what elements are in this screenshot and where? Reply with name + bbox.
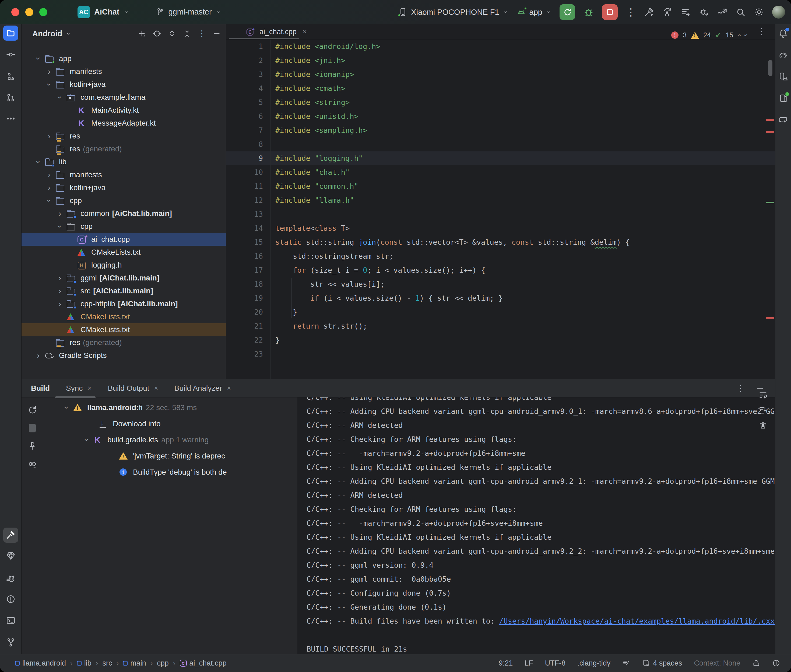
code-line[interactable]: 3#include <iomanip> [226, 67, 775, 82]
terminal-tool-button[interactable] [3, 613, 18, 628]
chevron-icon[interactable] [43, 80, 55, 89]
chevron-icon[interactable] [54, 93, 66, 102]
code-line[interactable]: 20 } [226, 305, 775, 319]
pull-requests-tool-button[interactable] [3, 90, 18, 105]
code-line[interactable]: 15static std::string join(const std::vec… [226, 235, 775, 249]
breadcrumb-item[interactable]: Cai_chat.cpp [180, 659, 226, 667]
build-tree-row[interactable]: BuildType 'debug' is both de [43, 464, 297, 480]
chevron-icon[interactable] [32, 54, 44, 63]
collapse-all-icon[interactable] [183, 29, 191, 38]
vcs-branch-selector[interactable]: ggml-master [155, 8, 221, 17]
code-line[interactable]: 18 str << values[i]; [226, 277, 775, 291]
add-icon[interactable] [138, 29, 146, 38]
tree-row[interactable]: logging.h [21, 259, 226, 272]
attach-debugger-icon[interactable] [699, 7, 709, 17]
tree-row[interactable]: ggml[AiChat.lib.main] [21, 272, 226, 285]
hide-panel-icon[interactable] [212, 29, 221, 38]
more-tool-windows-button[interactable] [3, 111, 18, 126]
status-item-lf[interactable]: LF [525, 659, 533, 667]
chevron-icon[interactable] [54, 274, 66, 283]
scroll-to-end-icon[interactable] [759, 405, 768, 414]
settings-gear-icon[interactable] [754, 7, 764, 17]
tree-row[interactable]: src[AiChat.lib.main] [21, 285, 226, 298]
stop-button[interactable] [602, 4, 618, 20]
editor-tab[interactable]: ai_chat.cpp × [226, 24, 307, 39]
tree-row[interactable]: kotlin+java [21, 78, 226, 91]
breadcrumb-item[interactable]: src [102, 659, 112, 667]
chevron-icon[interactable] [43, 183, 55, 192]
tree-row[interactable]: manifests [21, 65, 226, 78]
expand-all-icon[interactable] [168, 29, 176, 38]
status-item--clang-tidy[interactable]: .clang-tidy [577, 659, 610, 667]
editor-scrollbar[interactable] [768, 60, 772, 76]
re-sync-icon[interactable] [27, 405, 37, 414]
locate-file-icon[interactable] [152, 29, 161, 38]
code-line[interactable]: 19 if (i < values.size() - 1) { str << d… [226, 291, 775, 305]
editor-options-kebab-icon[interactable]: ⋮ [757, 26, 766, 37]
code-line[interactable]: 4#include <cmath> [226, 82, 775, 96]
status-item-context-none[interactable]: Context: None [694, 659, 740, 667]
rerun-button[interactable] [560, 4, 575, 20]
close-window-button[interactable] [11, 8, 19, 16]
code-line[interactable]: 12#include "llama.h" [226, 194, 775, 207]
build-console[interactable]: C/C++: -- Using KleidiAI optimized kerne… [297, 397, 775, 654]
tree-row[interactable]: MessageAdapter.kt [21, 117, 226, 130]
build-tab-sync[interactable]: Sync× [66, 384, 91, 393]
soft-wrap-icon[interactable] [759, 390, 768, 400]
panel-options-kebab-icon[interactable]: ⋮ [198, 30, 206, 38]
more-actions-kebab-icon[interactable]: ⋮ [626, 7, 636, 17]
tree-row[interactable]: cpp [21, 220, 226, 233]
pin-icon[interactable] [28, 442, 37, 451]
close-tab-icon[interactable]: × [154, 384, 158, 392]
code-line[interactable]: 14template<class T> [226, 221, 775, 235]
code-line[interactable]: 13 [226, 207, 775, 221]
tree-row[interactable]: com.example.llama [21, 91, 226, 104]
commit-tool-button[interactable] [3, 47, 18, 62]
tree-row[interactable]: CMakeLists.txt [21, 246, 226, 259]
close-tab-icon[interactable]: × [303, 27, 307, 36]
tree-row[interactable]: Gradle Scripts [21, 349, 226, 362]
status-item[interactable] [622, 659, 631, 667]
tree-row[interactable]: res(generated) [21, 336, 226, 349]
status-item-9-21[interactable]: 9:21 [499, 659, 513, 667]
chevron-icon[interactable] [54, 299, 66, 309]
breadcrumb-item[interactable]: llama.android [15, 659, 66, 667]
next-problem-icon[interactable]: › [741, 34, 750, 36]
chevron-icon[interactable] [43, 196, 55, 205]
tree-row[interactable]: cpp [21, 194, 226, 207]
tree-row[interactable]: MainActivity.kt [21, 104, 226, 117]
tree-row[interactable]: cpp-httplib[AiChat.lib.main] [21, 298, 226, 310]
tree-row[interactable]: ai_chat.cpp [21, 233, 226, 246]
code-line[interactable]: 2#include <jni.h> [226, 53, 775, 67]
chevron-icon[interactable] [32, 351, 44, 360]
build-hammer-icon[interactable] [644, 7, 654, 17]
build-tree-row[interactable]: 'jvmTarget: String' is deprec [43, 448, 297, 464]
lock-status[interactable] [752, 659, 761, 667]
code-line[interactable]: 22} [226, 333, 775, 347]
project-selector[interactable]: AC AiChat [77, 6, 130, 18]
zoom-window-button[interactable] [39, 8, 47, 16]
tree-row[interactable]: manifests [21, 168, 226, 181]
chevron-icon[interactable] [32, 157, 44, 166]
build-tool-button[interactable] [3, 528, 18, 542]
run-configuration-selector[interactable]: app [517, 7, 552, 17]
tree-row[interactable]: common[AiChat.lib.main] [21, 207, 226, 220]
chevron-icon[interactable] [43, 170, 55, 179]
structure-tool-button[interactable] [3, 69, 18, 84]
chevron-icon[interactable] [61, 403, 73, 412]
filter-eye-icon[interactable] [28, 460, 37, 469]
tree-row[interactable]: kotlin+java [21, 181, 226, 194]
inspections-widget[interactable]: ! 3 24 ✓ 15 › › [671, 30, 747, 40]
build-output-link[interactable]: /Users/hanyin/Workspace/ai-chat/examples… [499, 617, 775, 625]
search-icon[interactable] [736, 7, 746, 17]
minimize-window-button[interactable] [25, 8, 34, 16]
code-line[interactable]: 1#include <android/log.h> [226, 40, 775, 53]
code-line[interactable]: 7#include <sampling.h> [226, 123, 775, 138]
code-area[interactable]: 1#include <android/log.h>2#include <jni.… [226, 40, 775, 379]
close-tab-icon[interactable]: × [87, 384, 91, 392]
build-tab-build-analyzer[interactable]: Build Analyzer× [175, 384, 231, 393]
logcat-tool-button[interactable] [3, 571, 18, 586]
build-tree-row[interactable]: build.gradle.ktsapp 1 warning [43, 432, 297, 448]
gradle-tool-button[interactable] [777, 49, 789, 62]
code-line[interactable]: 9#include "logging.h" [226, 151, 775, 165]
